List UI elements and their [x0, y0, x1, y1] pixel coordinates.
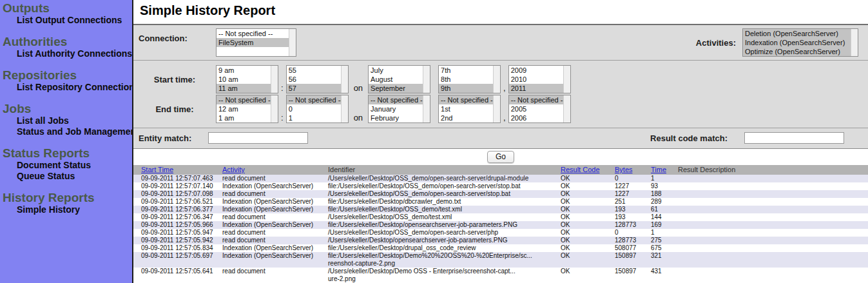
listbox-option[interactable]: 2005 [509, 104, 563, 113]
listbox-option[interactable]: -- Not specified -- [217, 29, 289, 38]
listbox-scrollbar[interactable] [563, 66, 570, 93]
cell: OK [553, 252, 607, 268]
cell: 09-09-2011 12:57:07.463 [133, 175, 215, 182]
listbox-option[interactable]: February [369, 113, 423, 122]
listbox-option[interactable]: 2nd [439, 113, 493, 122]
listbox-option[interactable]: -- Not specified -- [217, 95, 271, 104]
cell: OK [553, 213, 607, 221]
listbox-option[interactable]: Optimize (OpenSearchServer) [743, 47, 851, 56]
listbox-scrollbar[interactable] [271, 95, 278, 122]
sidebar-item[interactable]: Queue Status [17, 171, 132, 181]
start-year-listbox[interactable]: 200920102011 [508, 65, 571, 93]
sidebar-section-title: Outputs [3, 1, 132, 15]
listbox-option[interactable]: January [369, 104, 423, 113]
listbox-option[interactable]: -- Not specified -- [287, 95, 341, 104]
sidebar-item[interactable]: Document Status [17, 160, 132, 170]
column-header-link[interactable]: Bytes [615, 166, 633, 173]
sidebar-item[interactable]: List Output Connections [17, 15, 132, 25]
listbox-scrollbar[interactable] [423, 95, 430, 122]
listbox-option[interactable]: 11 am [217, 84, 271, 93]
listbox-scrollbar[interactable] [493, 95, 500, 122]
cell: 09-09-2011 12:57:05.966 [133, 221, 215, 229]
listbox-scrollbar[interactable] [423, 66, 430, 93]
entity-match-input[interactable] [208, 132, 308, 144]
activities-listbox[interactable]: Deletion (OpenSearchServer)Indexation (O… [742, 28, 858, 57]
sidebar-item[interactable]: Status and Job Management [17, 126, 132, 137]
start-time-row: Start time: 9 am10 am11 am : 555657 on J… [133, 65, 868, 93]
table-row: 09-09-2011 12:57:05.697Indexation (OpenS… [133, 252, 868, 268]
listbox-scrollbar[interactable] [563, 95, 570, 122]
listbox-option[interactable]: 9 am [217, 66, 271, 75]
sidebar-item[interactable]: List Repository Connections [17, 82, 132, 92]
listbox-option[interactable]: 12 am [217, 104, 271, 113]
listbox-option[interactable]: 8th [439, 75, 493, 84]
listbox-scrollbar[interactable] [289, 29, 296, 56]
listbox-option[interactable]: 2010 [509, 75, 563, 84]
listbox-scrollbar[interactable] [341, 95, 348, 122]
cell [670, 206, 868, 213]
cell: read document [215, 213, 320, 221]
listbox-scrollbar[interactable] [341, 66, 348, 93]
listbox-option[interactable]: 55 [287, 66, 341, 75]
listbox-option[interactable]: Deletion (OpenSearchServer) [743, 29, 851, 38]
listbox-option[interactable]: 10 am [217, 75, 271, 84]
sidebar-item[interactable]: List all Jobs [17, 115, 132, 126]
listbox-option[interactable]: FileSystem [217, 38, 289, 47]
end-month-listbox[interactable]: -- Not specified --JanuaryFebruary [368, 95, 430, 123]
cell: 1 [643, 175, 670, 182]
listbox-scrollbar[interactable] [493, 66, 500, 93]
listbox-option[interactable]: 2011 [509, 84, 563, 93]
listbox-option[interactable]: 9th [439, 84, 493, 93]
listbox-option[interactable]: September [369, 84, 423, 93]
start-hour-listbox[interactable]: 9 am10 am11 am [216, 65, 278, 93]
result-code-match-input[interactable] [744, 132, 844, 144]
cell: Indexation (OpenSearchServer) [215, 252, 320, 268]
cell [670, 175, 868, 182]
start-minute-listbox[interactable]: 555657 [286, 65, 349, 93]
cell [670, 237, 868, 244]
listbox-option[interactable]: -- Not specified -- [509, 95, 563, 104]
start-day-listbox[interactable]: 7th8th9th [438, 65, 501, 93]
listbox-option[interactable]: 1 am [217, 113, 271, 122]
listbox-option[interactable]: August [369, 75, 423, 84]
table-row: 09-09-2011 12:57:06.377Indexation (OpenS… [133, 206, 868, 213]
column-header-link[interactable]: Time [651, 166, 666, 173]
start-day-options: 7th8th9th [439, 66, 493, 93]
listbox-option[interactable]: 57 [287, 84, 341, 93]
cell: 09-09-2011 12:57:07.098 [133, 190, 215, 198]
column-header-link[interactable]: Result Code [561, 166, 600, 173]
end-minute-listbox[interactable]: -- Not specified --01 [286, 95, 349, 123]
listbox-option[interactable]: 1st [439, 104, 493, 113]
go-bar: Go [133, 149, 868, 165]
sidebar-item[interactable]: List Authority Connections [17, 48, 132, 59]
listbox-option[interactable]: 2006 [509, 113, 563, 122]
end-day-listbox[interactable]: -- Not specified --1st2nd [438, 95, 501, 123]
listbox-option[interactable]: 0 [287, 104, 341, 113]
cell: 275 [643, 237, 670, 244]
table-row: 09-09-2011 12:57:07.140Indexation (OpenS… [133, 182, 868, 190]
cell: Indexation (OpenSearchServer) [215, 221, 320, 229]
listbox-option[interactable]: 56 [287, 75, 341, 84]
start-month-listbox[interactable]: JulyAugustSeptember [368, 65, 430, 93]
sidebar-section-title: Repositories [3, 68, 132, 82]
listbox-option[interactable]: -- Not specified -- [439, 95, 493, 104]
listbox-option[interactable]: July [369, 66, 423, 75]
end-year-listbox[interactable]: -- Not specified --20052006 [508, 95, 571, 123]
entity-match-label: Entity match: [139, 133, 191, 143]
listbox-option[interactable]: 2009 [509, 66, 563, 75]
listbox-option[interactable]: Indexation (OpenSearchServer) [743, 38, 851, 47]
sidebar-item[interactable]: Simple History [17, 204, 132, 215]
connection-options: -- Not specified --FileSystem [217, 29, 289, 56]
listbox-scrollbar[interactable] [851, 29, 858, 56]
column-header-link[interactable]: Start Time [141, 166, 173, 173]
listbox-scrollbar[interactable] [271, 66, 278, 93]
listbox-option[interactable]: -- Not specified -- [369, 95, 423, 104]
column-header-link[interactable]: Activity [222, 166, 245, 173]
end-hour-listbox[interactable]: -- Not specified --12 am1 am [216, 95, 278, 123]
cell: read document [215, 268, 320, 283]
main-content: Simple History Report Connection: -- Not… [133, 0, 868, 283]
listbox-option[interactable]: 1 [287, 113, 341, 122]
connection-listbox[interactable]: -- Not specified --FileSystem [216, 28, 296, 57]
listbox-option[interactable]: 7th [439, 66, 493, 75]
go-button[interactable]: Go [487, 151, 514, 163]
